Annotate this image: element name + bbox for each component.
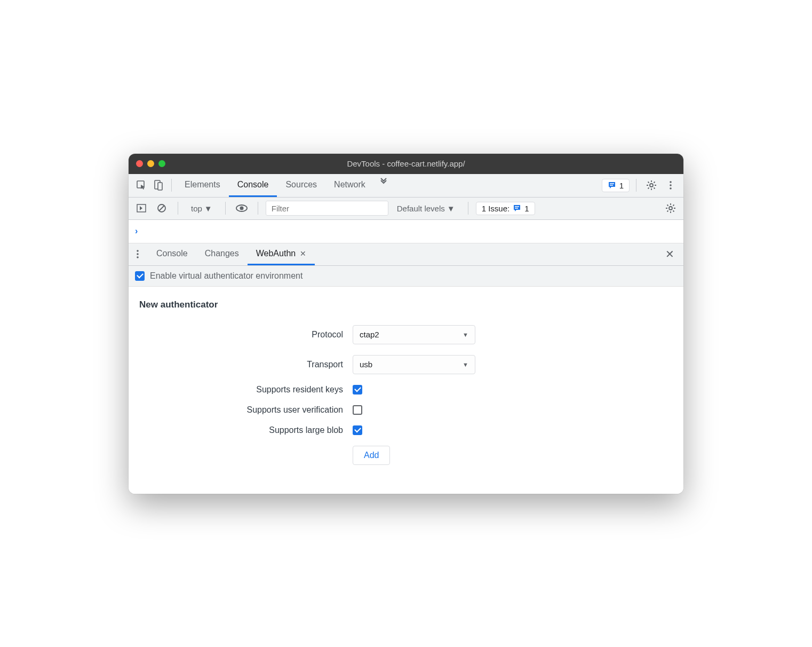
close-tab-icon[interactable]: ✕ <box>300 249 306 258</box>
traffic-lights <box>136 160 165 167</box>
more-tabs-icon[interactable] <box>376 174 391 189</box>
settings-icon[interactable] <box>644 178 659 193</box>
divider <box>258 202 258 215</box>
devtools-window: DevTools - coffee-cart.netlify.app/ Elem… <box>129 154 683 494</box>
prompt-chevron-icon: › <box>135 226 138 236</box>
more-menu-icon[interactable] <box>663 178 678 193</box>
new-authenticator-panel: New authenticator Protocol ctap2 ▼ Trans… <box>129 287 683 494</box>
main-tabs: Elements Console Sources Network <box>176 174 391 197</box>
drawer-close-icon[interactable]: ✕ <box>660 244 679 264</box>
divider <box>468 202 468 215</box>
svg-point-16 <box>669 207 672 210</box>
svg-point-8 <box>670 187 672 190</box>
console-prompt[interactable]: › <box>129 220 683 243</box>
drawer-tab-webauthn[interactable]: WebAuthn ✕ <box>248 243 315 265</box>
chevron-down-icon: ▼ <box>204 204 212 213</box>
svg-line-11 <box>159 206 164 211</box>
resident-keys-label: Supports resident keys <box>139 385 353 394</box>
console-toolbar: top ▼ Default levels ▼ 1 Issue: 1 <box>129 198 683 220</box>
resident-keys-row: Supports resident keys <box>139 385 673 394</box>
context-value: top <box>191 204 202 213</box>
resident-keys-checkbox[interactable] <box>353 385 362 394</box>
svg-point-17 <box>137 250 139 252</box>
chevron-down-icon: ▼ <box>463 361 468 368</box>
issue-pill[interactable]: 1 Issue: 1 <box>476 202 535 215</box>
issue-label: 1 Issue: <box>482 204 510 213</box>
enable-label: Enable virtual authenticator environment <box>150 271 302 281</box>
transport-label: Transport <box>139 360 353 369</box>
protocol-label: Protocol <box>139 330 353 340</box>
clear-console-icon[interactable] <box>154 201 169 216</box>
drawer-tab-changes[interactable]: Changes <box>196 243 248 265</box>
minimize-window-button[interactable] <box>147 160 154 167</box>
user-verification-row: Supports user verification <box>139 405 673 415</box>
svg-point-13 <box>240 207 243 210</box>
add-row: Add <box>139 446 673 465</box>
drawer-tab-console[interactable]: Console <box>148 243 196 265</box>
svg-rect-2 <box>158 183 162 190</box>
divider <box>178 202 178 215</box>
divider <box>225 202 226 215</box>
issue-count: 1 <box>619 181 624 190</box>
transport-row: Transport usb ▼ <box>139 355 673 374</box>
protocol-row: Protocol ctap2 ▼ <box>139 325 673 344</box>
log-levels-dropdown[interactable]: Default levels ▼ <box>392 202 460 215</box>
window-title: DevTools - coffee-cart.netlify.app/ <box>347 159 465 168</box>
transport-select[interactable]: usb ▼ <box>353 355 475 374</box>
enable-checkbox[interactable] <box>135 271 145 281</box>
live-expression-icon[interactable] <box>234 201 249 216</box>
add-button[interactable]: Add <box>353 446 390 465</box>
chevron-down-icon: ▼ <box>447 204 455 213</box>
close-window-button[interactable] <box>136 160 143 167</box>
filter-input[interactable] <box>266 201 388 216</box>
context-dropdown[interactable]: top ▼ <box>186 202 218 215</box>
chevron-down-icon: ▼ <box>463 332 468 338</box>
user-verification-checkbox[interactable] <box>353 405 362 415</box>
device-toggle-icon[interactable] <box>151 178 166 193</box>
divider <box>171 179 172 192</box>
tab-network[interactable]: Network <box>325 174 374 197</box>
svg-point-7 <box>670 184 672 186</box>
transport-value: usb <box>360 360 372 369</box>
sidebar-toggle-icon[interactable] <box>134 201 149 216</box>
large-blob-checkbox[interactable] <box>353 425 362 435</box>
tab-console[interactable]: Console <box>229 174 277 197</box>
toolbar-right: 1 <box>602 178 679 193</box>
user-verification-label: Supports user verification <box>139 405 353 415</box>
protocol-select[interactable]: ctap2 ▼ <box>353 325 475 344</box>
protocol-value: ctap2 <box>360 330 379 339</box>
enable-authenticator-row: Enable virtual authenticator environment <box>129 266 683 287</box>
drawer-more-icon[interactable] <box>133 249 148 259</box>
large-blob-row: Supports large blob <box>139 425 673 435</box>
issues-badge[interactable]: 1 <box>602 179 630 192</box>
large-blob-label: Supports large blob <box>139 425 353 435</box>
tab-elements[interactable]: Elements <box>176 174 229 197</box>
console-settings-icon[interactable] <box>663 201 678 216</box>
drawer-tab-label: WebAuthn <box>256 249 296 258</box>
panel-heading: New authenticator <box>139 299 673 310</box>
chat-icon <box>608 181 616 190</box>
divider <box>636 179 636 192</box>
tab-sources[interactable]: Sources <box>277 174 325 197</box>
titlebar: DevTools - coffee-cart.netlify.app/ <box>129 154 683 174</box>
svg-point-6 <box>670 181 672 183</box>
svg-point-18 <box>137 253 139 255</box>
chat-icon <box>513 204 521 212</box>
maximize-window-button[interactable] <box>158 160 165 167</box>
drawer-tabs: Console Changes WebAuthn ✕ ✕ <box>129 243 683 266</box>
inspect-icon[interactable] <box>134 178 149 193</box>
main-toolbar: Elements Console Sources Network 1 <box>129 174 683 198</box>
issue-count: 1 <box>524 204 529 213</box>
svg-point-19 <box>137 256 139 258</box>
svg-point-5 <box>650 184 653 187</box>
levels-label: Default levels <box>397 204 445 213</box>
